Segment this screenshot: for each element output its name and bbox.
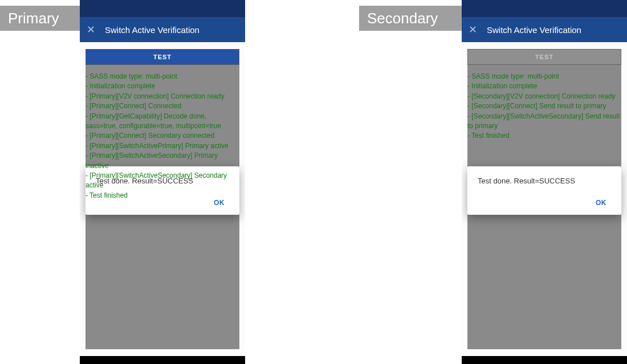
log-line: - SASS mode type: multi-point — [467, 72, 621, 81]
log-line: - SASS mode type: multi-point — [85, 72, 239, 81]
appbar: ✕ Switch Active Verification — [462, 17, 627, 42]
log-line: - Test finished — [85, 191, 239, 201]
log-line: - [Primary][SwitchActivePrimary] Primary… — [85, 141, 239, 151]
page-title: Switch Active Verification — [105, 25, 199, 35]
caption-primary: Primary — [0, 6, 80, 31]
caption-secondary: Secondary — [359, 6, 462, 31]
test-button[interactable]: TEST — [467, 49, 621, 65]
result-dialog: Test done. Result=SUCCESS OK — [467, 166, 621, 215]
close-icon[interactable]: ✕ — [469, 24, 478, 35]
log-output: - SASS mode type: multi-point - Initiali… — [85, 72, 239, 201]
phone-secondary: ✕ Switch Active Verification TEST - SASS… — [462, 0, 627, 364]
log-line: - [Primary][V2V connection] Connection r… — [85, 92, 239, 101]
statusbar — [80, 0, 245, 17]
appbar: ✕ Switch Active Verification — [80, 17, 245, 42]
log-line: - [Secondary][V2V connection] Connection… — [467, 92, 621, 101]
log-line: - [Primary][Connect] Connected — [85, 101, 239, 111]
log-line: - Test finished — [467, 131, 621, 141]
log-line: - Initialization complete — [85, 81, 239, 91]
log-line: - [Secondary][Connect] Send result to pr… — [467, 101, 621, 111]
dialog-message: Test done. Result=SUCCESS — [478, 177, 611, 185]
log-line: - [Secondary][SwitchActiveSecondary] Sen… — [467, 112, 621, 132]
test-button[interactable]: TEST — [85, 49, 239, 65]
close-icon[interactable]: ✕ — [87, 24, 96, 35]
statusbar — [462, 0, 627, 17]
ok-button[interactable]: OK — [591, 195, 611, 210]
phone-primary: ✕ Switch Active Verification TEST - SASS… — [80, 0, 245, 364]
android-navbar — [80, 356, 245, 364]
log-line: - [Primary][SwitchActiveSecondary] Secon… — [85, 171, 239, 191]
android-navbar — [462, 356, 627, 364]
log-line: - Initialization complete — [467, 81, 621, 91]
log-line: - [Primary][Connect] Secondary connected — [85, 131, 239, 141]
content-area: TEST - SASS mode type: multi-point - Ini… — [80, 42, 245, 356]
log-output: - SASS mode type: multi-point - Initiali… — [467, 72, 621, 141]
log-line: - [Primary][GetCapability] Decode done, … — [85, 112, 239, 132]
page-title: Switch Active Verification — [487, 25, 581, 35]
log-line: - [Primary][SwitchActiveSecondary] Prima… — [85, 151, 239, 171]
